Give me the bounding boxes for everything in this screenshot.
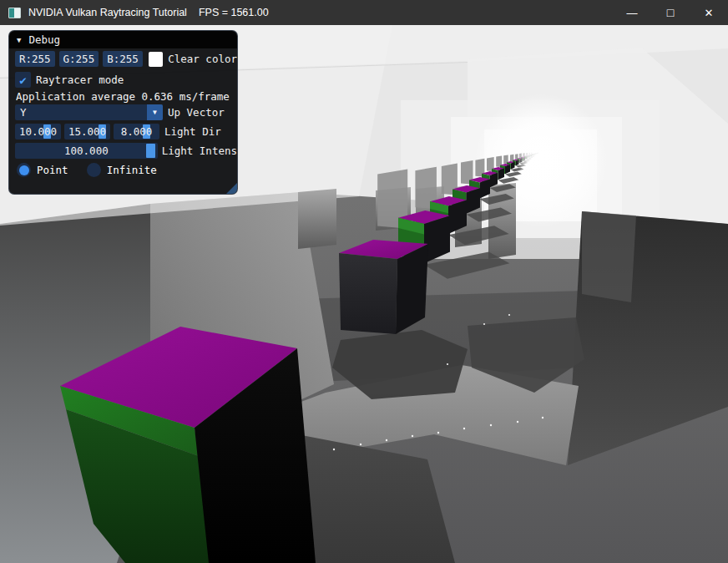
radio-point-label: Point (37, 164, 68, 176)
clear-color-label: Clear color (168, 53, 237, 65)
dropdown-arrow-icon[interactable]: ▼ (147, 104, 163, 120)
light-glow-core (516, 134, 566, 184)
window-title: NVIDIA Vulkan Raytracing Tutorial (28, 7, 187, 18)
app-window: NVIDIA Vulkan Raytracing Tutorial FPS = … (0, 0, 728, 563)
raytracer-label: Raytracer mode (36, 74, 124, 86)
close-button[interactable]: ✕ (690, 0, 728, 25)
collapse-arrow-icon: ▼ (17, 36, 21, 44)
check-icon: ✔ (19, 74, 26, 87)
light-dir-z-slider[interactable]: 8.000 (114, 124, 159, 139)
light-dir-z-value: 8.000 (121, 125, 153, 138)
clear-color-swatch[interactable] (149, 52, 163, 67)
title-bar: NVIDIA Vulkan Raytracing Tutorial FPS = … (0, 0, 728, 25)
blue-value-button[interactable]: B:255 (103, 51, 143, 67)
radio-point[interactable] (17, 163, 31, 177)
red-value-button[interactable]: R:255 (15, 51, 55, 67)
light-intensity-slider[interactable]: 100.000 (15, 143, 158, 159)
panel-resize-grip[interactable] (226, 183, 237, 194)
light-dir-x-slider[interactable]: 10.000 (15, 124, 61, 139)
fps-counter: FPS = 1561.00 (199, 7, 269, 18)
light-dir-label: Light Dir (164, 125, 221, 138)
perf-stats-text: Application average 0.636 ms/frame (15 (16, 90, 237, 103)
right-dark-pillar (582, 211, 636, 302)
medium-cube (339, 240, 428, 334)
radio-infinite-label: Infinite (107, 164, 157, 176)
maximize-button[interactable]: □ (651, 0, 690, 25)
cube-front-face (339, 253, 397, 334)
debug-panel-header[interactable]: ▼ Debug (9, 31, 237, 48)
panel-title: Debug (28, 33, 60, 46)
light-dir-y-value: 15.000 (68, 125, 106, 138)
light-intensity-label: Light Intens (162, 145, 237, 157)
up-vector-combo[interactable]: Y ▼ (15, 104, 163, 120)
raytracer-checkbox[interactable]: ✔ (15, 72, 31, 88)
up-vector-value: Y (20, 106, 27, 119)
light-intensity-value: 100.000 (64, 145, 109, 157)
radio-infinite[interactable] (87, 163, 101, 177)
light-dir-y-slider[interactable]: 15.000 (64, 124, 110, 139)
light-dir-x-value: 10.000 (19, 125, 57, 138)
window-controls: — □ ✕ (613, 0, 728, 25)
minimize-button[interactable]: — (613, 0, 651, 25)
debug-panel: ▼ Debug R:255 G:255 B:255 Clear color ✔ … (8, 30, 238, 195)
wall-pillar (488, 183, 516, 259)
app-icon (8, 8, 21, 18)
up-vector-label: Up Vector (168, 106, 225, 119)
green-value-button[interactable]: G:255 (59, 51, 99, 67)
wall-pillar (298, 189, 336, 249)
slider-grab[interactable] (146, 144, 155, 158)
